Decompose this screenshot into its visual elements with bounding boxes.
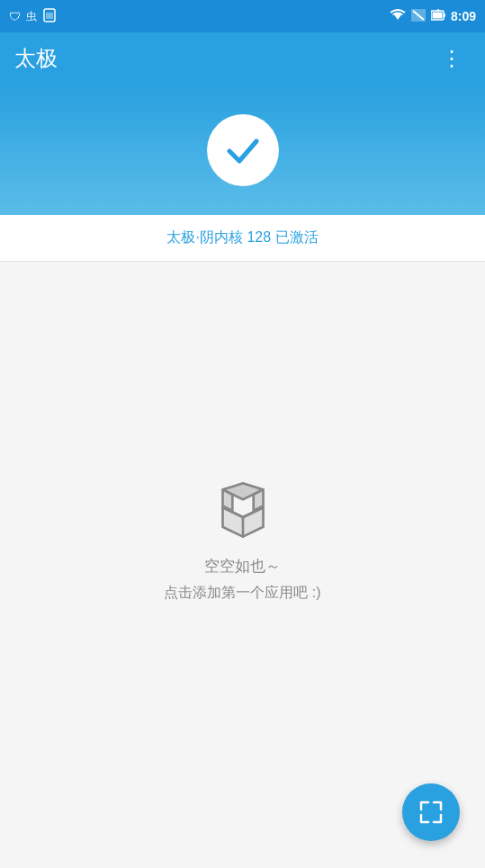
empty-state-subtitle: 点击添加第一个应用吧 :)	[164, 584, 320, 603]
empty-state: 空空如也～ 点击添加第一个应用吧 :)	[164, 473, 320, 603]
toolbar: 太极 ⋮	[0, 32, 485, 85]
activation-status-bar: 太极·阴内核 128 已激活	[0, 215, 485, 262]
svg-marker-14	[253, 489, 263, 510]
status-right-icons: 8:09	[390, 9, 476, 24]
overflow-menu-button[interactable]: ⋮	[434, 40, 471, 76]
no-signal-icon	[411, 9, 426, 24]
shield-icon: 🛡	[9, 10, 21, 23]
open-box-icon	[211, 477, 275, 541]
empty-box-icon-container	[207, 473, 279, 545]
expand-arrows-icon	[418, 799, 445, 826]
wifi-icon	[390, 9, 406, 24]
checkmark-icon	[220, 128, 265, 173]
empty-state-title: 空空如也～	[204, 556, 281, 577]
svg-marker-13	[222, 489, 232, 510]
activation-status-text: 太极·阴内核 128 已激活	[166, 228, 318, 247]
svg-rect-6	[444, 13, 445, 17]
fab-expand-button[interactable]	[402, 783, 460, 841]
activation-checkmark-circle	[207, 114, 279, 186]
beetle-icon: 虫	[26, 9, 37, 24]
svg-rect-1	[46, 13, 53, 19]
app-title: 太极	[14, 44, 58, 73]
main-content: 空空如也～ 点击添加第一个应用吧 :)	[0, 262, 485, 868]
status-left-icons: 🛡 虫	[9, 8, 57, 25]
battery-icon	[431, 9, 445, 24]
header-banner	[0, 85, 485, 215]
svg-rect-7	[432, 12, 442, 18]
status-bar: 🛡 虫	[0, 0, 485, 32]
svg-marker-2	[393, 13, 402, 20]
sim-icon	[42, 8, 57, 25]
time-display: 8:09	[451, 9, 476, 23]
